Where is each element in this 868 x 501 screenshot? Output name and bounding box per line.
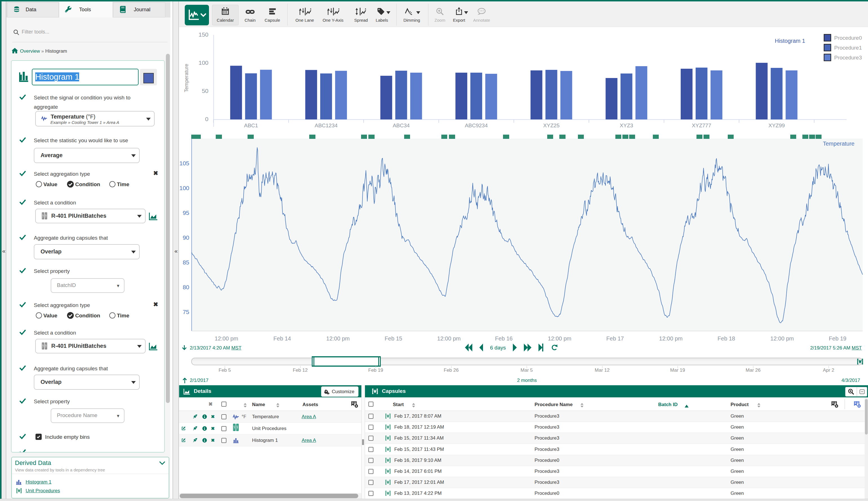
svg-text:95: 95 <box>183 210 189 216</box>
svg-text:50: 50 <box>202 88 208 94</box>
svg-text:Temperature: Temperature <box>823 140 855 147</box>
svg-text:Feb 19: Feb 19 <box>829 335 846 342</box>
svg-text:90: 90 <box>183 234 189 241</box>
svg-text:ABC1234: ABC1234 <box>314 122 338 128</box>
svg-text:XYZ777: XYZ777 <box>692 122 711 128</box>
svg-text:Procedure3: Procedure3 <box>834 55 862 61</box>
svg-text:12:00 pm: 12:00 pm <box>770 335 794 342</box>
svg-text:75: 75 <box>183 309 189 315</box>
svg-text:Feb 17: Feb 17 <box>606 335 624 342</box>
svg-text:Feb 16: Feb 16 <box>495 335 513 342</box>
svg-text:Procedure1: Procedure1 <box>834 45 862 51</box>
svg-text:ABC34: ABC34 <box>393 122 410 128</box>
svg-text:85: 85 <box>183 259 189 266</box>
svg-text:0: 0 <box>205 116 208 122</box>
svg-text:Histogram 1: Histogram 1 <box>775 38 805 44</box>
svg-text:Procedure0: Procedure0 <box>834 35 862 41</box>
svg-text:ABC9234: ABC9234 <box>465 122 488 128</box>
svg-text:100: 100 <box>199 60 208 66</box>
svg-text:12:00 pm: 12:00 pm <box>215 335 238 342</box>
svg-text:ABC1: ABC1 <box>244 122 258 128</box>
svg-text:XYZ3: XYZ3 <box>620 122 633 128</box>
svg-text:Feb 14: Feb 14 <box>274 335 291 342</box>
svg-text:12:00 pm: 12:00 pm <box>548 335 571 342</box>
svg-text:XYZ25: XYZ25 <box>543 122 560 128</box>
svg-text:XYZ99: XYZ99 <box>768 122 785 128</box>
svg-text:12:00 pm: 12:00 pm <box>659 335 683 342</box>
svg-text:Temperature: Temperature <box>184 64 189 92</box>
svg-text:Feb 15: Feb 15 <box>385 335 402 342</box>
svg-text:80: 80 <box>183 284 189 290</box>
svg-text:12:00 pm: 12:00 pm <box>326 335 350 342</box>
svg-text:105: 105 <box>179 160 189 167</box>
svg-text:150: 150 <box>199 31 208 38</box>
svg-text:Feb 18: Feb 18 <box>718 335 735 342</box>
svg-text:12:00 pm: 12:00 pm <box>437 335 460 342</box>
svg-text:100: 100 <box>179 185 189 191</box>
